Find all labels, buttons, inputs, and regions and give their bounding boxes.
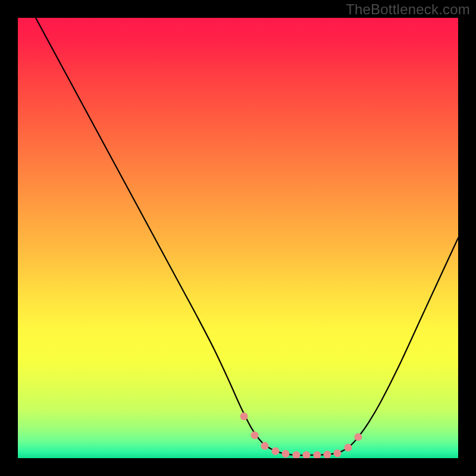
recommendation-dot [251, 431, 259, 439]
recommendation-dots [18, 18, 458, 458]
recommendation-dot [334, 449, 342, 457]
chart-frame: TheBottleneck.com [0, 0, 476, 476]
recommendation-dot [282, 450, 290, 458]
recommendation-dot [324, 451, 331, 458]
recommendation-dot [272, 447, 280, 455]
watermark: TheBottleneck.com [346, 1, 470, 18]
recommendation-dot [345, 444, 352, 452]
recommendation-dot [355, 433, 362, 441]
plot-area [18, 18, 458, 458]
recommendation-dot [240, 412, 248, 420]
recommendation-dot [303, 451, 311, 458]
recommendation-dot [261, 442, 269, 450]
recommendation-dot [293, 451, 300, 458]
recommendation-dot [314, 451, 321, 458]
